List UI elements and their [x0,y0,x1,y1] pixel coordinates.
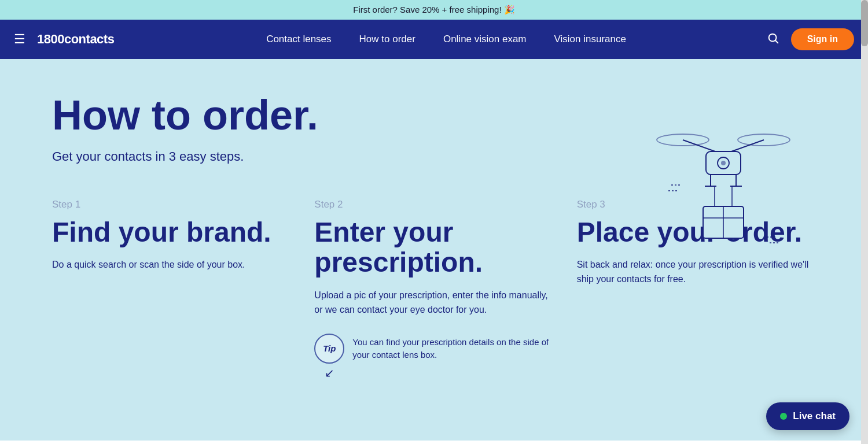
live-chat-label: Live chat [793,410,836,422]
scrollbar-thumb[interactable] [861,0,868,46]
promo-banner: First order? Save 20% + free shipping! 🎉 [0,0,868,20]
main-content: How to order. Get your contacts in 3 eas… [0,59,868,441]
tip-text: You can find your prescription details o… [352,334,553,362]
tip-badge: Tip [314,334,344,364]
step-1-desc: Do a quick search or scan the side of yo… [52,258,291,272]
nav-online-vision-exam[interactable]: Online vision exam [443,34,527,45]
live-chat-button[interactable]: Live chat [766,402,849,430]
promo-text: First order? Save 20% + free shipping! 🎉 [353,5,515,14]
step-2-label: Step 2 [314,199,553,210]
step-2-desc: Upload a pic of your prescription, enter… [314,288,553,317]
step-2-title: Enter your prescription. [314,217,553,279]
tip-arrow-icon: ↙ [325,366,334,380]
svg-point-8 [721,161,726,165]
search-icon [767,32,779,45]
tip-box: Tip ↙ You can find your prescription det… [314,334,553,380]
nav-actions: Sign in [767,28,854,50]
step-1-title: Find your brand. [52,217,291,248]
step-3-desc: Sit back and relax: once your prescripti… [577,258,816,287]
drone-illustration [648,94,799,244]
step-2: Step 2 Enter your prescription. Upload a… [314,199,553,380]
site-logo[interactable]: 1800contacts [37,32,114,47]
scrollbar[interactable] [861,0,868,441]
nav-how-to-order[interactable]: How to order [359,34,415,45]
step-1-label: Step 1 [52,199,291,210]
hamburger-menu[interactable]: ☰ [14,32,25,47]
step-1: Step 1 Find your brand. Do a quick searc… [52,199,291,380]
nav-contact-lenses[interactable]: Contact lenses [266,34,331,45]
nav-vision-insurance[interactable]: Vision insurance [554,34,626,45]
svg-line-1 [775,40,778,43]
nav-links: Contact lenses How to order Online visio… [149,34,743,45]
sign-in-button[interactable]: Sign in [791,28,854,50]
live-chat-status-dot [780,413,787,420]
main-nav: ☰ 1800contacts Contact lenses How to ord… [0,20,868,59]
search-button[interactable] [767,32,779,47]
